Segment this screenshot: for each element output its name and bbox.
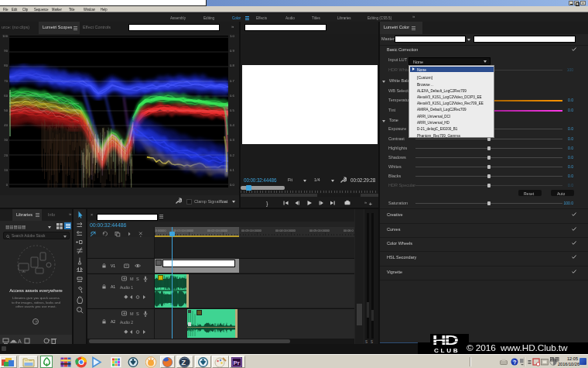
svg-text:M: M xyxy=(130,311,134,316)
svg-text:S: S xyxy=(136,311,139,316)
svg-text:}: } xyxy=(266,201,268,207)
svg-text:A: A xyxy=(18,339,22,344)
svg-text:CLUB: CLUB xyxy=(434,348,460,354)
svg-text:+: + xyxy=(369,201,373,208)
svg-text:»: » xyxy=(364,200,367,205)
svg-text:M: M xyxy=(130,277,134,281)
svg-text:?: ? xyxy=(513,359,516,365)
svg-text:Z: Z xyxy=(182,359,186,366)
svg-text:S: S xyxy=(136,277,139,281)
svg-text:HD: HD xyxy=(432,334,459,347)
svg-text:Pr: Pr xyxy=(234,359,240,366)
